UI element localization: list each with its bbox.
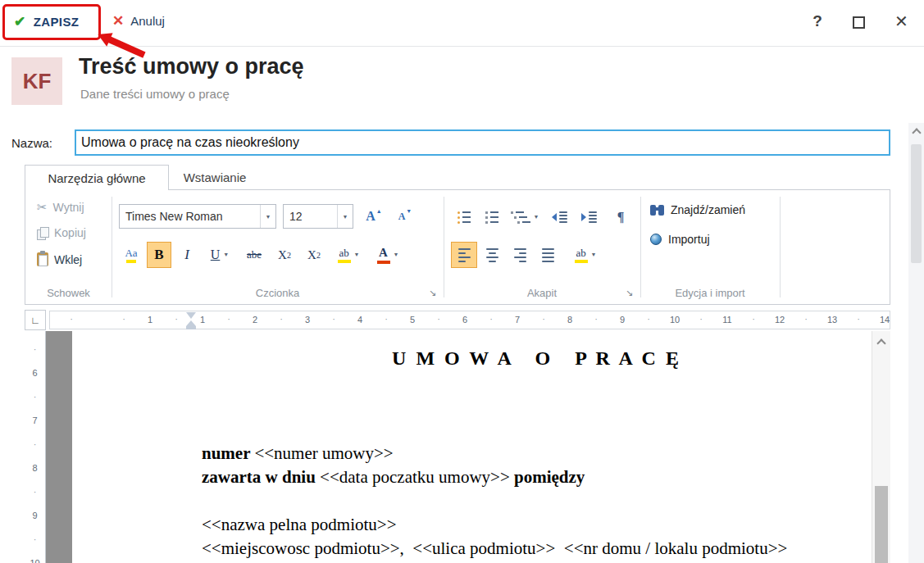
ribbon: ✂ Wytnij Kopiuj Wklej Schowek Times New … — [25, 189, 890, 305]
italic-button[interactable]: I — [175, 242, 199, 268]
ruler-tick: · — [385, 314, 388, 324]
find-replace-button[interactable]: Znajdź/zamień — [650, 203, 745, 216]
font-size-combo[interactable]: 12 ▼ — [283, 204, 353, 229]
editor-scrollbar[interactable] — [872, 331, 890, 563]
ruler-number: 11 — [722, 315, 731, 325]
editor-scrollbar-thumb[interactable] — [875, 486, 888, 563]
document-paragraph[interactable]: zawarta w dniu <<data poczatku umowy>> p… — [202, 465, 872, 489]
font-color-button[interactable]: A ▼ — [370, 242, 406, 268]
name-input[interactable] — [75, 129, 890, 156]
group-separator — [444, 197, 444, 297]
ruler-tick: · — [804, 314, 808, 324]
align-center-button[interactable] — [479, 242, 505, 268]
document-paragraph[interactable] — [202, 489, 872, 513]
window-toolbar: ✔ ZAPISZ ✕ Anuluj ? ✕ — [0, 0, 924, 47]
font-name-combo[interactable]: Times New Roman ▼ — [119, 204, 276, 229]
ruler-tick: · — [699, 314, 703, 324]
group-separator — [780, 197, 781, 297]
scroll-up-icon[interactable] — [876, 338, 885, 347]
bullet-list-button[interactable] — [451, 204, 477, 230]
ruler-number: 13 — [827, 315, 837, 325]
ruler-tick: · — [70, 314, 73, 324]
tab-selector[interactable]: ∟ — [25, 310, 46, 330]
multilevel-list-button[interactable]: ▼ — [507, 204, 543, 230]
chevron-down-icon[interactable]: ▼ — [260, 205, 275, 228]
align-justify-button[interactable] — [535, 242, 561, 268]
align-center-icon — [486, 248, 498, 262]
font-dialog-launcher-icon[interactable]: ↘ — [429, 288, 436, 298]
group-label-clipboard: Schowek — [25, 287, 112, 299]
copy-button[interactable]: Kopiuj — [37, 226, 86, 239]
down-caret-icon: ▼ — [406, 208, 412, 214]
ruler-number: 8 — [567, 315, 572, 325]
subscript-button[interactable]: X2 — [271, 242, 298, 268]
document-area: 678910····· U M O W A O P R A C Ę numer … — [25, 331, 890, 563]
chevron-down-icon[interactable]: ▼ — [337, 205, 353, 228]
shrink-font-button[interactable]: A ▼ — [391, 204, 419, 229]
cancel-button[interactable]: ✕ Anuluj — [112, 14, 165, 28]
bold-button[interactable]: B — [147, 242, 171, 268]
ruler-number: 10 — [670, 315, 680, 325]
underline-button[interactable]: U ▼ — [203, 242, 237, 268]
ruler-number: 6 — [462, 315, 467, 325]
chevron-down-icon[interactable]: ▼ — [223, 252, 229, 258]
chevron-down-icon[interactable]: ▼ — [591, 252, 597, 258]
document-page[interactable]: U M O W A O P R A C Ę numer <<numer umow… — [72, 331, 872, 563]
chevron-down-icon[interactable]: ▼ — [394, 252, 399, 258]
align-left-button[interactable] — [451, 242, 477, 268]
help-button[interactable]: ? — [808, 12, 827, 30]
ruler-tick: · — [437, 314, 440, 324]
show-marks-button[interactable]: ¶ — [608, 204, 633, 230]
ruler-tick: · — [34, 392, 37, 402]
increase-indent-button[interactable] — [576, 204, 602, 230]
tab-narzedzia-glowne[interactable]: Narzędzia główne — [25, 165, 169, 190]
paste-button[interactable]: Wklej — [37, 252, 82, 266]
window-scrollbar[interactable] — [908, 123, 924, 563]
cancel-label: Anuluj — [130, 14, 165, 28]
font-color-icon: A — [377, 247, 390, 264]
scroll-up-icon[interactable] — [912, 128, 921, 137]
scissors-icon: ✂ — [37, 200, 48, 215]
chevron-down-icon[interactable]: ▼ — [534, 214, 539, 220]
maximize-button[interactable] — [853, 16, 865, 29]
document-paragraph[interactable]: <<nazwa pelna podmiotu>> — [202, 513, 872, 537]
strikethrough-button[interactable]: abe — [240, 242, 268, 268]
decrease-indent-button[interactable] — [546, 204, 572, 230]
ruler-tick: · — [332, 314, 335, 324]
align-right-button[interactable] — [507, 242, 533, 268]
ruler-number: 10 — [30, 558, 39, 563]
bullet-list-icon — [457, 211, 471, 224]
ruler-number: 9 — [620, 315, 625, 325]
window-scrollbar-thumb[interactable] — [911, 144, 922, 263]
clipboard-icon — [37, 252, 48, 266]
numbered-list-button[interactable] — [479, 204, 505, 230]
document-paragraph[interactable]: numer <<numer umowy>> — [202, 442, 872, 465]
document-paragraph[interactable]: <<miejscowosc podmiotu>>, <<ulica podmio… — [202, 537, 872, 561]
ruler-number: 6 — [32, 368, 37, 378]
record-badge: KF — [11, 57, 62, 105]
align-left-icon — [458, 248, 471, 262]
text-case-button[interactable]: Aa — [119, 242, 143, 268]
ruler-number: 14 — [880, 315, 890, 325]
close-button[interactable]: ✕ — [894, 11, 908, 31]
superscript-button[interactable]: X2 — [301, 242, 327, 268]
cut-button[interactable]: ✂ Wytnij — [37, 200, 84, 215]
chevron-down-icon[interactable]: ▼ — [354, 252, 360, 258]
ruler-tick: · — [227, 314, 230, 324]
indent-marker[interactable] — [186, 312, 196, 329]
highlight-icon: ab — [338, 247, 351, 263]
highlight-color-button[interactable]: ab ▼ — [330, 242, 366, 268]
document-title[interactable]: U M O W A O P R A C Ę — [202, 347, 872, 370]
paragraph-dialog-launcher-icon[interactable]: ↘ — [626, 288, 633, 298]
group-label-edit: Edycja i import — [640, 287, 780, 299]
ruler-number: 8 — [32, 463, 37, 473]
paragraph-shading-button[interactable]: ab ▼ — [567, 242, 603, 268]
tab-wstawianie[interactable]: Wstawianie — [169, 165, 261, 190]
save-button[interactable]: ✔ ZAPISZ — [14, 13, 79, 30]
ruler-number: 9 — [32, 511, 37, 520]
import-button[interactable]: Importuj — [650, 233, 710, 246]
grow-font-button[interactable]: A ▲ — [360, 204, 388, 229]
ruler-tick: · — [34, 487, 37, 497]
ruler-number: 7 — [515, 315, 520, 325]
document-body[interactable]: numer <<numer umowy>>zawarta w dniu <<da… — [72, 442, 872, 561]
